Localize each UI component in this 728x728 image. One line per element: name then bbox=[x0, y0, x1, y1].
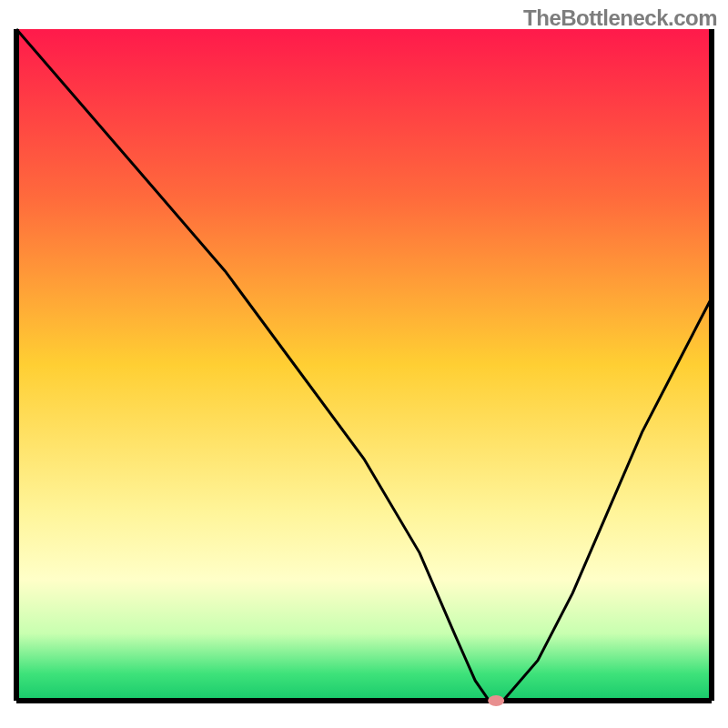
bottleneck-chart bbox=[0, 0, 728, 728]
watermark-text: TheBottleneck.com bbox=[523, 5, 717, 31]
chart-container: TheBottleneck.com bbox=[0, 0, 728, 728]
gradient-background bbox=[16, 29, 712, 701]
optimal-point-marker bbox=[488, 695, 504, 706]
plot-area bbox=[16, 29, 712, 706]
